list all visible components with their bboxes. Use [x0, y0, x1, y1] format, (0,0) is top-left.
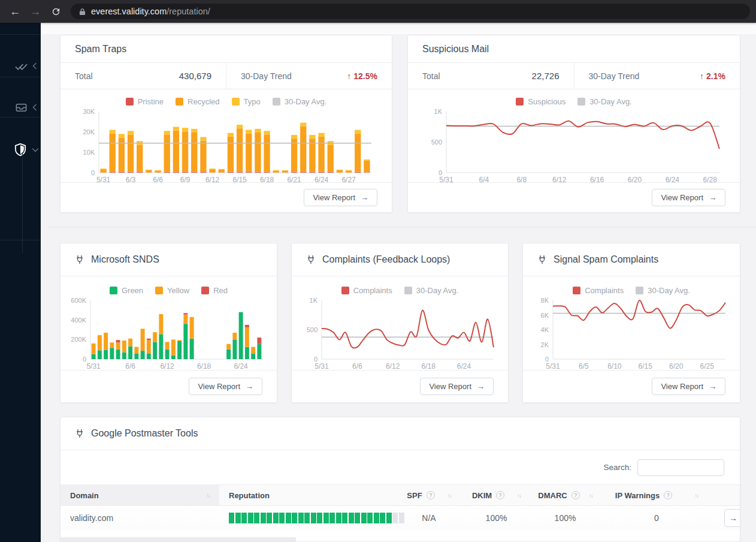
column-header-spf[interactable]: SPF ? ↑↓: [396, 485, 462, 505]
legend-item[interactable]: Complaints: [573, 286, 624, 295]
view-report-button[interactable]: View Report→: [420, 378, 494, 395]
reputation-segment: [317, 513, 322, 523]
help-icon[interactable]: ?: [427, 491, 435, 499]
card-footer: View Report→: [292, 370, 508, 402]
legend-item[interactable]: Typo: [232, 97, 261, 106]
column-header-dmarc[interactable]: DMARC ? ↑↓: [531, 485, 600, 505]
browser-reload-button[interactable]: [47, 2, 65, 20]
card-title-text: Signal Spam Complaints: [554, 254, 658, 265]
svg-text:1K: 1K: [310, 297, 318, 304]
svg-text:5/31: 5/31: [86, 362, 101, 371]
stat-trend: 30-Day Trend ↑2.1%: [574, 63, 740, 89]
legend-item[interactable]: Complaints: [341, 286, 392, 295]
browser-forward-button[interactable]: →: [26, 2, 44, 20]
stat-label: 30-Day Trend: [241, 71, 292, 81]
reputation-segment: [229, 513, 234, 523]
chevron-left-icon: [32, 104, 37, 111]
svg-text:10K: 10K: [83, 149, 95, 156]
legend-label: 30-Day Avg.: [285, 97, 327, 106]
sidebar-item-inbox[interactable]: [0, 95, 41, 119]
trend-value: ↑2.1%: [700, 71, 725, 81]
url-path: /reputation/: [167, 7, 210, 16]
legend-item[interactable]: Pristine: [126, 97, 164, 106]
legend-item[interactable]: 30-Day Avg.: [577, 97, 632, 106]
sidebar-divider: [0, 240, 41, 240]
svg-text:2K: 2K: [541, 341, 549, 348]
legend-item[interactable]: 30-Day Avg.: [404, 286, 459, 295]
reputation-segment: [361, 513, 367, 523]
column-label: DMARC: [538, 491, 567, 500]
svg-text:1K: 1K: [434, 109, 443, 115]
legend-item[interactable]: 30-Day Avg.: [273, 97, 327, 106]
legend-item[interactable]: Yellow: [155, 286, 189, 295]
address-bar[interactable]: everest.validity.com/reputation/: [71, 4, 750, 19]
complaints-fbl-chart: 05001K5/316/66/126/186/24: [298, 297, 500, 372]
legend-label: Typo: [244, 97, 261, 106]
sort-icon[interactable]: ↑↓: [206, 492, 210, 499]
trend-up-icon: ↑: [347, 71, 351, 81]
sort-icon[interactable]: ↑↓: [589, 492, 592, 499]
stat-value: 430,679: [179, 71, 211, 81]
help-icon[interactable]: ?: [496, 491, 504, 499]
reputation-cell: [219, 513, 396, 523]
column-label: IP Warnings: [615, 491, 660, 500]
legend-item[interactable]: 30-Day Avg.: [636, 286, 690, 295]
browser-back-button[interactable]: ←: [6, 2, 24, 20]
sort-icon[interactable]: ↑↓: [517, 492, 521, 499]
svg-text:5/31: 5/31: [315, 362, 329, 371]
sidebar-tree-line: [22, 152, 23, 253]
sidebar-divider: [0, 34, 41, 35]
view-report-button[interactable]: View Report→: [652, 378, 725, 395]
chevron-down-icon: [32, 147, 39, 152]
reputation-segment: [311, 513, 316, 523]
spf-cell: N/A: [396, 513, 462, 523]
column-header-domain[interactable]: Domain ↑↓: [61, 485, 219, 505]
search-input[interactable]: [637, 459, 724, 476]
legend-item[interactable]: Green: [110, 286, 143, 295]
sort-icon[interactable]: ↑↓: [447, 492, 451, 499]
view-report-button[interactable]: View Report→: [189, 378, 262, 395]
legend-swatch: [176, 98, 183, 106]
signal-spam-chart: 02K4K6K8K5/316/56/106/156/206/25: [529, 297, 731, 372]
card-title: Signal Spam Complaints: [523, 243, 740, 276]
sidebar-item-lists[interactable]: [0, 54, 41, 78]
row-actions-cell: →: [713, 509, 740, 527]
sort-icon[interactable]: ↑↓: [694, 492, 698, 499]
dmarc-cell: 100%: [531, 513, 600, 523]
stat-total: Total 430,679: [61, 63, 226, 89]
card-title-text: Google Postmaster Tools: [91, 428, 198, 439]
stats-row: Total 22,726 30-Day Trend ↑2.1%: [408, 63, 740, 89]
view-report-button[interactable]: View Report→: [304, 189, 377, 206]
legend-item[interactable]: Recycled: [176, 97, 219, 106]
svg-text:6/6: 6/6: [352, 362, 362, 371]
legend-swatch: [110, 287, 117, 294]
column-header-reputation: Reputation: [219, 485, 396, 505]
reputation-segment: [254, 513, 259, 523]
legend-swatch: [404, 287, 412, 294]
card-spam-traps: Spam Traps Total 430,679 30-Day Trend ↑1…: [60, 35, 392, 213]
legend-label: Recycled: [188, 97, 219, 106]
sidebar-divider: [0, 77, 41, 77]
legend-item[interactable]: Red: [201, 286, 228, 295]
column-header-dkim[interactable]: DKIM ? ↑↓: [462, 485, 531, 505]
reputation-segment: [367, 513, 373, 523]
column-header-ip-warnings[interactable]: IP Warnings ? ↑↓: [600, 485, 713, 505]
svg-text:6/24: 6/24: [457, 362, 471, 371]
legend-item[interactable]: Suspicious: [516, 97, 566, 106]
reputation-segment: [336, 513, 341, 523]
help-icon[interactable]: ?: [664, 491, 672, 499]
reputation-segment: [329, 513, 335, 523]
card-title: Google Postmaster Tools: [61, 417, 740, 450]
inbox-icon: [14, 101, 28, 115]
spam-traps-chart: 010K20K30K5/316/36/66/96/126/156/186/216…: [75, 109, 377, 185]
view-report-button[interactable]: View Report→: [652, 189, 725, 206]
open-domain-report-button[interactable]: →: [724, 509, 740, 527]
card-title-text: Complaints (Feedback Loops): [322, 254, 450, 265]
sidebar-item-reputation[interactable]: [0, 138, 41, 162]
legend-label: Suspicious: [528, 97, 566, 106]
stat-value: 22,726: [532, 71, 560, 81]
arrow-right-icon: →: [709, 193, 716, 202]
legend-swatch: [516, 98, 524, 106]
help-icon[interactable]: ?: [571, 491, 580, 499]
svg-text:6/12: 6/12: [386, 362, 400, 371]
